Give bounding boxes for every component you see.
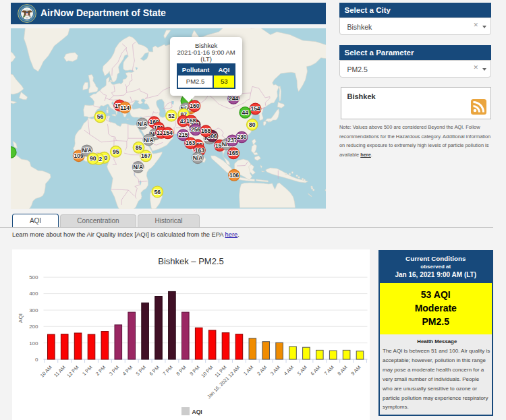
svg-text:N/A: N/A	[192, 154, 202, 161]
svg-text:200: 200	[29, 324, 38, 330]
svg-text:500: 500	[29, 274, 38, 280]
svg-text:0: 0	[35, 357, 38, 363]
svg-text:215: 215	[178, 131, 188, 138]
svg-text:244: 244	[229, 95, 238, 102]
svg-text:400: 400	[29, 291, 38, 297]
svg-text:N/A: N/A	[82, 147, 92, 154]
svg-text:AQI: AQI	[18, 313, 24, 323]
svg-text:52: 52	[168, 113, 175, 119]
svg-text:56: 56	[96, 113, 103, 120]
svg-text:154: 154	[250, 105, 260, 112]
svg-text:165: 165	[229, 150, 238, 156]
svg-text:N/A: N/A	[144, 137, 154, 144]
svg-text:163: 163	[186, 140, 195, 146]
svg-text:90: 90	[89, 155, 96, 162]
svg-text:230: 230	[237, 133, 246, 140]
svg-text:106: 106	[229, 172, 238, 179]
svg-text:154: 154	[163, 129, 172, 136]
svg-text:114: 114	[120, 104, 130, 111]
svg-text:80: 80	[249, 121, 256, 128]
svg-text:100: 100	[29, 340, 38, 347]
svg-text:N/A: N/A	[133, 164, 143, 171]
svg-text:AQI: AQI	[192, 409, 202, 415]
svg-text:160: 160	[190, 102, 199, 109]
svg-text:44: 44	[242, 109, 248, 116]
svg-text:56: 56	[154, 189, 161, 196]
svg-text:168: 168	[201, 127, 210, 134]
svg-text:N/A: N/A	[137, 121, 147, 127]
svg-text:167: 167	[141, 152, 150, 159]
svg-text:85: 85	[135, 144, 142, 151]
svg-text:95: 95	[113, 148, 119, 155]
svg-text:256: 256	[190, 126, 200, 133]
svg-text:Bishkek – PM2.5: Bishkek – PM2.5	[158, 256, 224, 266]
svg-text:300: 300	[29, 307, 38, 313]
